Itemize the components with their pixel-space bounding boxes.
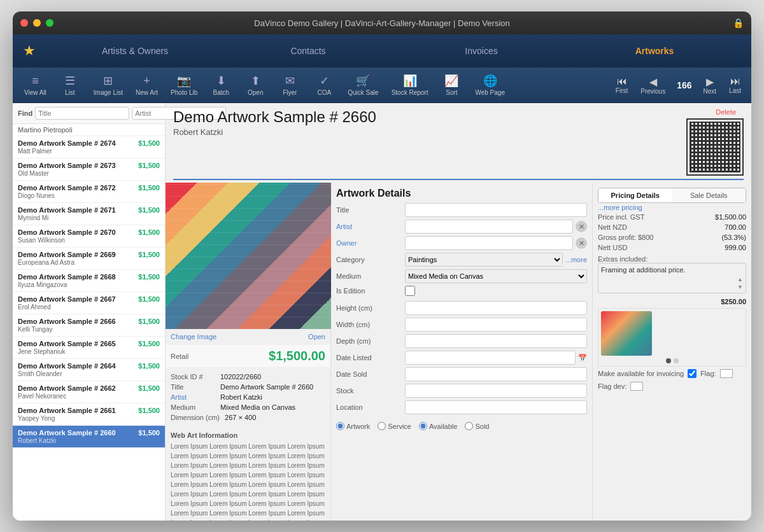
toolbar-web-page[interactable]: 🌐 Web Page: [469, 71, 511, 99]
first-icon: ⏮: [617, 76, 627, 87]
toolbar-batch[interactable]: ⬇ Batch: [204, 71, 238, 99]
toolbar-open[interactable]: ⬆ Open: [238, 71, 272, 99]
dot-2[interactable]: [674, 358, 679, 363]
artwork-form: Title Artist ✕ Owner ✕ Category: [336, 203, 587, 296]
flag-dev-checkbox[interactable]: [630, 382, 643, 391]
list-item[interactable]: Demo Artwork Sample # 2665 $1,500 Jene S…: [13, 337, 165, 359]
list-item[interactable]: Demo Artwork Sample # 2674 $1,500 Matt P…: [13, 136, 165, 158]
status-row: Artwork Service Available Sold: [336, 418, 587, 434]
nav-next-button[interactable]: ▶ Next: [698, 73, 722, 97]
toolbar-sort[interactable]: 📈 Sort: [434, 71, 469, 99]
minimize-button[interactable]: [33, 19, 41, 27]
image-panel: Change Image Open Retail $1,500.00 Stock…: [166, 183, 331, 521]
toolbar-flyer[interactable]: ✉ Flyer: [272, 71, 307, 99]
view-all-icon: ≡: [32, 74, 39, 88]
nav-first-button[interactable]: ⏮ First: [611, 73, 633, 97]
prev-icon: ◀: [649, 76, 657, 88]
gross-row: Gross profit: $800 (53.3%): [598, 232, 746, 242]
toolbar-view-all[interactable]: ≡ View All: [18, 72, 53, 99]
list-item[interactable]: Demo Artwork Sample # 2670 $1,500 Susan …: [13, 225, 165, 248]
date-sold-field[interactable]: [405, 367, 587, 381]
thumbnail-image[interactable]: [601, 311, 652, 356]
open-image-link[interactable]: Open: [308, 333, 325, 340]
category-more-link[interactable]: ...more: [565, 256, 587, 263]
scroll-arrows[interactable]: ▲ ▼: [737, 276, 743, 290]
artwork-radio[interactable]: [336, 422, 344, 430]
nav-artists[interactable]: Artists & Owners: [48, 46, 222, 56]
list-item[interactable]: Demo Artwork Sample # 2671 $1,500 Mymind…: [13, 203, 165, 225]
nav-invoices[interactable]: Invoices: [395, 46, 568, 56]
toolbar-quick-sale[interactable]: 🛒 Quick Sale: [341, 71, 385, 99]
title-field-label: Title: [336, 206, 400, 214]
window-title: DaVinco Demo Gallery | DaVinci-Art-Galle…: [254, 18, 509, 28]
nav-contacts[interactable]: Contacts: [222, 46, 395, 56]
category-field-label: Category: [336, 256, 400, 263]
list-item[interactable]: Demo Artwork Sample # 2673 $1,500 Old Ma…: [13, 158, 165, 181]
list-item[interactable]: Demo Artwork Sample # 2664 $1,500 Smith …: [13, 359, 165, 381]
toolbar-new-art[interactable]: + New Art: [129, 72, 164, 99]
find-title-input[interactable]: [35, 107, 129, 120]
owner-form-link[interactable]: Owner: [336, 239, 357, 247]
list-item[interactable]: Demo Artwork Sample # 2660 $1,500 Robert…: [13, 426, 165, 448]
list-item[interactable]: Demo Artwork Sample # 2661 $1,500 Yaopey…: [13, 403, 165, 426]
artwork-tabs: [173, 179, 744, 180]
location-field[interactable]: [405, 400, 587, 414]
artist-link[interactable]: Artist: [171, 393, 187, 401]
qr-code: [686, 118, 744, 176]
toolbar-image-list[interactable]: ⊞ Image List: [87, 71, 129, 99]
artist-form-link[interactable]: Artist: [336, 223, 352, 230]
scroll-up-icon[interactable]: ▲: [737, 276, 743, 283]
sale-details-tab[interactable]: Sale Details: [672, 188, 746, 202]
clear-artist-button[interactable]: ✕: [576, 221, 587, 232]
scroll-down-icon[interactable]: ▼: [737, 284, 743, 290]
toolbar-stock-report[interactable]: 📊 Stock Report: [385, 71, 435, 99]
is-edition-checkbox[interactable]: [405, 286, 415, 296]
toolbar: ≡ View All ☰ List ⊞ Image List + New Art…: [13, 67, 751, 103]
maximize-button[interactable]: [46, 19, 53, 27]
star-icon[interactable]: ★: [23, 43, 36, 59]
toolbar-photo-lib[interactable]: 📷 Photo Lib: [164, 71, 204, 99]
dot-1[interactable]: [666, 358, 671, 363]
date-listed-field[interactable]: [405, 351, 576, 365]
more-pricing-link[interactable]: ...more pricing: [598, 203, 746, 212]
list-item[interactable]: Demo Artwork Sample # 2672 $1,500 Diogo …: [13, 181, 165, 203]
sort-icon: 📈: [444, 74, 458, 88]
clear-owner-button[interactable]: ✕: [576, 237, 587, 249]
pricing-details-tab[interactable]: Pricing Details: [598, 188, 672, 202]
delete-link[interactable]: Delete: [716, 108, 736, 116]
nav-last-button[interactable]: ⏭ Last: [724, 73, 746, 97]
available-radio[interactable]: [419, 422, 427, 430]
title-field[interactable]: [405, 203, 587, 217]
list-item[interactable]: Demo Artwork Sample # 2668 $1,500 Ilyuza…: [13, 270, 165, 292]
nav-artworks[interactable]: Artworks: [568, 46, 741, 56]
height-field[interactable]: [405, 301, 587, 315]
sold-radio[interactable]: [465, 422, 473, 430]
flag-checkbox[interactable]: [720, 369, 733, 378]
list-item[interactable]: Demo Artwork Sample # 2666 $1,500 Kelli …: [13, 314, 165, 337]
calendar-icon[interactable]: 📅: [578, 354, 587, 362]
width-field[interactable]: [405, 318, 587, 332]
stock-label: Stock: [336, 387, 400, 395]
artist-field[interactable]: [405, 220, 573, 234]
artwork-image[interactable]: [166, 183, 331, 329]
qr-image: [690, 122, 740, 172]
owner-field-label: Owner: [336, 239, 400, 247]
pricing-panel: Pricing Details Sale Details ...more pri…: [592, 183, 751, 521]
owner-field[interactable]: [405, 236, 573, 250]
change-image-link[interactable]: Change Image: [171, 333, 216, 340]
stock-field[interactable]: [405, 384, 587, 398]
depth-field[interactable]: [405, 334, 587, 348]
toolbar-list[interactable]: ☰ List: [53, 71, 87, 99]
close-button[interactable]: [20, 19, 28, 27]
artwork-header: Demo Artwork Sample # 2660 Robert Katzki…: [166, 103, 751, 176]
toolbar-coa[interactable]: ✓ COA: [307, 71, 341, 99]
artwork-radio-label: Artwork: [336, 422, 370, 430]
list-item[interactable]: Demo Artwork Sample # 2669 $1,500 Europe…: [13, 248, 165, 270]
list-item[interactable]: Demo Artwork Sample # 2667 $1,500 Erol A…: [13, 292, 165, 314]
list-item[interactable]: Demo Artwork Sample # 2662 $1,500 Pavel …: [13, 381, 165, 403]
medium-select[interactable]: Mixed Media on Canvas: [405, 269, 587, 283]
service-radio[interactable]: [378, 422, 386, 430]
nav-previous-button[interactable]: ◀ Previous: [635, 73, 670, 97]
make-available-checkbox[interactable]: [688, 369, 697, 378]
category-select[interactable]: Paintings: [405, 253, 563, 267]
